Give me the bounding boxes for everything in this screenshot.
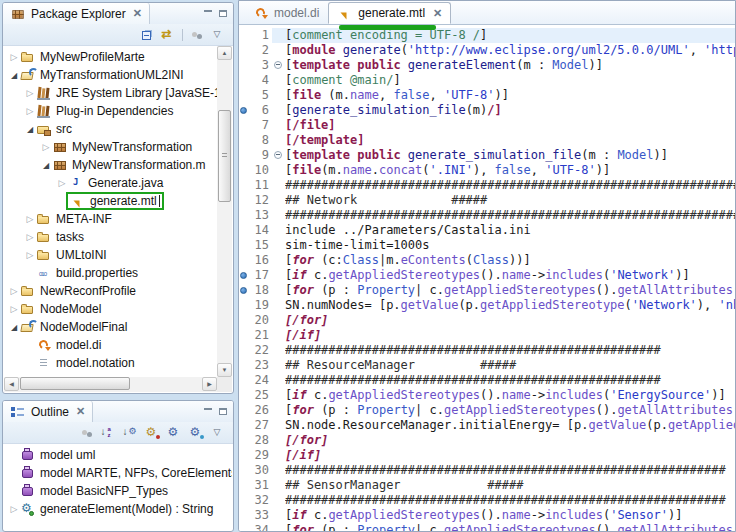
collapse-arrow-icon[interactable]: ◢ (40, 161, 52, 170)
module-icon (20, 483, 36, 499)
tree-item-model-notation[interactable]: model.notation (4, 354, 217, 372)
code-line: 7[/file] (239, 118, 735, 133)
expand-arrow-icon[interactable]: ▷ (24, 106, 36, 116)
close-icon[interactable]: ✕ (76, 405, 85, 418)
maximize-icon[interactable] (218, 407, 228, 416)
code-editor[interactable]: 1[comment encoding = UTF-8 /]2[module ge… (239, 26, 735, 531)
annotation-ruler (239, 253, 248, 268)
minimize-icon[interactable] (203, 407, 213, 416)
editor-tab-model-di[interactable]: model.di (244, 2, 328, 24)
tree-item-mynewprofilemarte[interactable]: ▷MyNewProfileMarte (4, 48, 217, 66)
annotation-ruler (239, 208, 248, 223)
tree-item-newreconfprofile[interactable]: ▷NewReconfProfile (4, 282, 217, 300)
scroll-right-arrow[interactable]: ▶ (202, 377, 217, 391)
expand-arrow-icon[interactable]: ▷ (8, 504, 20, 514)
line-number: 19 (248, 298, 272, 313)
tree-item-generateelement-model-string[interactable]: ▷generateElement(Model) : String (4, 500, 232, 518)
outline-tab[interactable]: Outline ✕ (3, 401, 93, 422)
fold-ruler (272, 28, 285, 43)
tree-item-nodemodel[interactable]: ▷NodeModel (4, 300, 217, 318)
expand-arrow-icon[interactable]: ▷ (24, 232, 36, 242)
annotation-ruler (239, 358, 248, 373)
scroll-down-arrow[interactable]: ▼ (217, 363, 232, 377)
tree-item-nodemodelfinal[interactable]: ◢NodeModelFinal (4, 318, 217, 336)
expand-arrow-icon[interactable]: ▷ (24, 88, 36, 98)
model-di-icon (253, 5, 269, 21)
tree-item-model-uml[interactable]: model uml (4, 446, 232, 464)
editor-tab-generate-mtl[interactable]: generate.mtl✕ (328, 2, 451, 24)
tree-item-mytransformationuml2ini[interactable]: ◢MyTransformationUML2INI (4, 66, 217, 84)
marker-dot-icon (240, 287, 247, 294)
collapse-arrow-icon[interactable]: ◢ (24, 125, 36, 134)
code-text: [file (m.name, false, 'UTF-8')] (285, 88, 735, 103)
toolbar-button-collapse-all[interactable] (138, 26, 155, 43)
code-line: 32######################################… (239, 493, 735, 508)
fold-collapse-icon[interactable] (272, 148, 285, 163)
tree-item-tasks[interactable]: ▷tasks (4, 228, 217, 246)
fold-ruler (272, 313, 285, 328)
tree-item-umltoini[interactable]: ▷UMLtoINI (4, 246, 217, 264)
annotation-ruler (239, 193, 248, 208)
code-text: [if c.getAppliedStereotypes().name->incl… (285, 388, 735, 403)
scroll-left-arrow[interactable]: ◀ (4, 377, 19, 391)
expand-arrow-icon[interactable]: ▷ (56, 178, 68, 188)
toolbar-button-focus[interactable] (188, 26, 205, 43)
scroll-up-arrow[interactable]: ▲ (217, 46, 232, 60)
tree-item-model-marte-nfps-coreelements[interactable]: model MARTE, NFPs, CoreElements (4, 464, 232, 482)
code-line: 18[for (p : Property| c.getAppliedStereo… (239, 283, 735, 298)
code-line: 4[comment @main/] (239, 73, 735, 88)
code-line: 9[template public generate_simulation_fi… (239, 148, 735, 163)
code-text: [if c.getAppliedStereotypes().name->incl… (285, 508, 735, 523)
expand-arrow-icon[interactable]: ▷ (24, 214, 36, 224)
window-buttons (198, 401, 233, 422)
scrollbar-thumb[interactable] (20, 377, 130, 390)
minimize-icon[interactable] (203, 9, 213, 18)
tree-item-build-properties[interactable]: build.properties (4, 264, 217, 282)
toolbar-button-sort-alpha[interactable] (100, 424, 117, 441)
tree-item-plug-in-dependencies[interactable]: ▷Plug-in Dependencies (4, 102, 217, 120)
annotation-ruler (239, 88, 248, 103)
collapse-arrow-icon[interactable]: ◢ (8, 323, 20, 332)
expand-arrow-icon[interactable]: ▷ (8, 52, 20, 62)
horizontal-scrollbar[interactable]: ◀ ▶ (4, 377, 217, 392)
package-explorer-tab[interactable]: Package Explorer ✕ (3, 3, 150, 24)
outline-tree[interactable]: model umlmodel MARTE, NFPs, CoreElements… (4, 444, 232, 530)
toolbar-button-link-with-editor[interactable] (160, 26, 177, 43)
tree-item-model-di[interactable]: model.di (4, 336, 217, 354)
toolbar-button-filter-templates[interactable] (166, 424, 183, 441)
code-text: [module generate('http://www.eclipse.org… (285, 43, 735, 58)
toolbar-button-filter-macros[interactable] (188, 424, 205, 441)
close-icon[interactable]: ✕ (433, 7, 442, 20)
maximize-icon[interactable] (218, 9, 228, 18)
fold-collapse-icon[interactable] (272, 58, 285, 73)
tree-item-generate-mtl[interactable]: generate.mtl (4, 192, 217, 210)
toolbar-button-sort-type[interactable] (122, 424, 139, 441)
scrollbar-thumb[interactable] (218, 110, 231, 202)
tree-item-jre-system-library-javase-1[interactable]: ▷JRE System Library [JavaSE-1. (4, 84, 217, 102)
tree-item-generate-java[interactable]: ▷Generate.java (4, 174, 217, 192)
fold-ruler (272, 283, 285, 298)
module-icon (20, 447, 36, 463)
plugin-library-icon (36, 103, 52, 119)
collapse-arrow-icon[interactable]: ◢ (8, 71, 20, 80)
tree-item-meta-inf[interactable]: ▷META-INF (4, 210, 217, 228)
expand-arrow-icon[interactable]: ▷ (8, 286, 20, 296)
close-icon[interactable]: ✕ (133, 7, 142, 20)
code-line: 13######################################… (239, 208, 735, 223)
tree-item-model-basicnfp-types[interactable]: model BasicNFP_Types (4, 482, 232, 500)
toolbar-button-view-menu[interactable] (210, 26, 227, 43)
vertical-scrollbar[interactable]: ▲ ▼ (217, 46, 232, 377)
tree-item-src[interactable]: ◢src (4, 120, 217, 138)
package-icon (52, 139, 68, 155)
toolbar-button-filter-queries[interactable] (144, 424, 161, 441)
package-explorer-tree[interactable]: ▷MyNewProfileMarte◢MyTransformationUML2I… (4, 46, 217, 377)
tree-item-mynewtransformation-m[interactable]: ◢MyNewTransformation.m (4, 156, 217, 174)
toolbar-button-focus[interactable] (78, 424, 95, 441)
tree-item-mynewtransformation[interactable]: ▷MyNewTransformation (4, 138, 217, 156)
expand-arrow-icon[interactable]: ▷ (8, 304, 20, 314)
line-number: 11 (248, 178, 272, 193)
expand-arrow-icon[interactable]: ▷ (24, 250, 36, 260)
fold-ruler (272, 463, 285, 478)
toolbar-button-view-menu[interactable] (210, 424, 227, 441)
expand-arrow-icon[interactable]: ▷ (40, 142, 52, 152)
